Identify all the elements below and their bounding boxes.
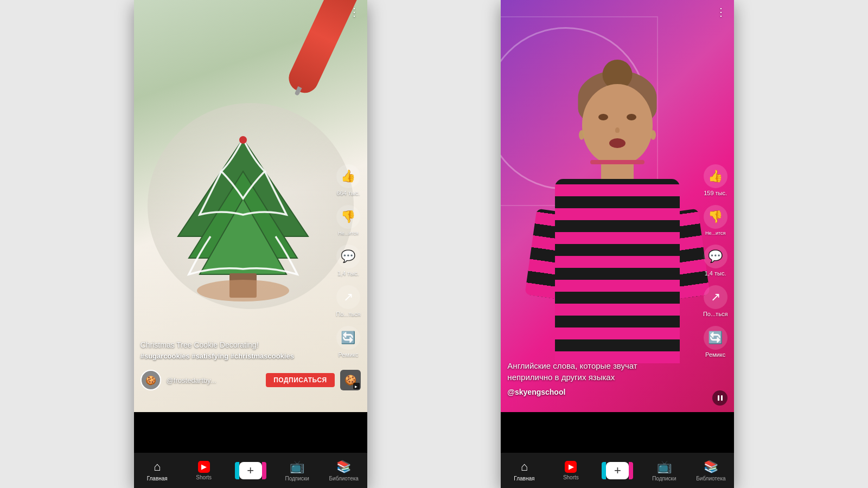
home-icon: ⌂ — [154, 460, 161, 474]
home-label: Главная — [147, 476, 168, 481]
right-like-count: 159 тыс. — [704, 190, 727, 196]
left-bottom-nav: ⌂ Главная ▶ Shorts + 📺 Подписки 📚 Библио… — [134, 453, 367, 488]
right-nav-subscriptions[interactable]: 📺 Подписки — [648, 460, 680, 481]
right-nav-library[interactable]: 📚 Библиотека — [694, 460, 727, 481]
right-video-title: Английские слова, которые звучат неприли… — [507, 360, 696, 383]
thumbs-up-icon: 👍 — [336, 164, 360, 188]
remix-label: Ремикс — [338, 351, 358, 358]
right-home-label: Главная — [514, 476, 534, 481]
nav-subscriptions[interactable]: 📺 Подписки — [281, 460, 314, 481]
library-label: Библиотека — [329, 476, 358, 481]
right-thumbs-up-icon: 👍 — [704, 164, 727, 188]
right-subscriptions-icon: 📺 — [657, 460, 672, 474]
right-video-area[interactable]: ⋮ 👍 159 тыс. 👎 Не...ится — [501, 0, 734, 412]
right-dislike-label: Не...ится — [705, 230, 725, 236]
comment-icon: 💬 — [336, 245, 360, 268]
woman-figure — [541, 54, 693, 369]
necklace — [590, 160, 644, 164]
top-menu[interactable]: ⋮ — [349, 5, 360, 18]
comment-count: 1,4 тыс. — [337, 270, 359, 277]
face — [582, 84, 653, 165]
right-comment-icon: 💬 — [704, 245, 727, 268]
subscriptions-icon: 📺 — [290, 460, 304, 474]
right-remix-label: Ремикс — [705, 351, 725, 358]
left-phone: ⋮ 👍 664 тыс. 👎 Не...ится — [134, 0, 367, 488]
right-channel-name[interactable]: @skyengschool — [507, 388, 565, 396]
comments-button[interactable]: 💬 1,4 тыс. — [336, 245, 360, 277]
svg-point-5 — [197, 280, 289, 301]
thumbs-down-icon: 👎 — [336, 205, 360, 229]
right-bottom-nav: ⌂ Главная ▶ Shorts + 📺 Подписки 📚 Библио… — [501, 453, 734, 488]
right-shorts-label: Shorts — [563, 474, 579, 480]
right-share-icon: ↗ — [704, 285, 727, 309]
svg-point-4 — [239, 136, 247, 144]
left-side-actions: 👍 664 тыс. 👎 Не...ится 💬 1,4 тыс. — [336, 164, 360, 358]
remix-button[interactable]: 🔄 Ремикс — [336, 326, 360, 358]
channel-name[interactable]: @frostedartby... — [167, 376, 261, 384]
right-video-info: Английские слова, которые звучат неприли… — [507, 360, 696, 385]
right-library-icon: 📚 — [704, 460, 718, 474]
left-channel-row: 🍪 @frostedartby... ПОДПИСАТЬСЯ 🍪 ▶ — [141, 370, 361, 390]
dislike-label: Не...ится — [338, 230, 358, 236]
right-channel-row: @skyengschool — [507, 387, 565, 397]
shorts-label: Shorts — [196, 474, 212, 480]
right-share-label: По...ться — [703, 311, 727, 317]
right-remix-button[interactable]: 🔄 Ремикс — [704, 326, 727, 358]
page-container: ⋮ 👍 664 тыс. 👎 Не...ится — [0, 0, 868, 488]
right-comments-button[interactable]: 💬 1,4 тыс. — [704, 245, 727, 277]
right-add-icon: + — [606, 462, 629, 479]
nav-home[interactable]: ⌂ Главная — [141, 460, 174, 481]
right-like-button[interactable]: 👍 159 тыс. — [704, 164, 727, 196]
right-more-options-icon[interactable]: ⋮ — [716, 6, 726, 18]
library-icon: 📚 — [336, 460, 351, 474]
body-sweater — [555, 179, 680, 363]
like-count: 664 тыс. — [336, 190, 360, 196]
video-title: Christmas Tree Cookie Decorating! — [141, 340, 329, 350]
right-share-button[interactable]: ↗ По...ться — [703, 285, 727, 317]
nav-shorts[interactable]: ▶ Shorts — [188, 461, 220, 480]
share-button[interactable]: ↗ По...ться — [336, 285, 360, 317]
right-nav-add[interactable]: + — [601, 462, 634, 479]
shorts-icon: ▶ — [198, 461, 210, 473]
left-video-area[interactable]: ⋮ 👍 664 тыс. 👎 Не...ится — [134, 0, 367, 412]
share-icon: ↗ — [336, 285, 360, 309]
right-subscriptions-label: Подписки — [652, 476, 676, 481]
nav-library[interactable]: 📚 Библиотека — [328, 460, 360, 481]
right-comment-count: 1,4 тыс. — [705, 270, 726, 277]
right-phone: ⋮ 👍 159 тыс. 👎 Не...ится — [501, 0, 734, 488]
video-hashtags: #sugarcookies #satisfying #christmascook… — [141, 352, 329, 360]
phone-wrapper: ⋮ 👍 664 тыс. 👎 Не...ится — [0, 0, 868, 488]
subscribe-button[interactable]: ПОДПИСАТЬСЯ — [266, 373, 334, 387]
right-shorts-icon: ▶ — [565, 461, 577, 473]
cookie-tree — [167, 128, 319, 301]
right-side-actions: 👍 159 тыс. 👎 Не...ится 💬 1,4 тыс. — [703, 164, 727, 358]
nav-add[interactable]: + — [234, 462, 267, 479]
dislike-button[interactable]: 👎 Не...ится — [336, 205, 360, 236]
right-dislike-button[interactable]: 👎 Не...ится — [704, 205, 727, 236]
right-thumbs-down-icon: 👎 — [704, 205, 727, 229]
right-nav-home[interactable]: ⌂ Главная — [508, 460, 540, 481]
add-icon: + — [239, 462, 262, 479]
share-label: По...ться — [336, 311, 360, 317]
left-video-info: Christmas Tree Cookie Decorating! #sugar… — [141, 340, 329, 363]
channel-avatar[interactable]: 🍪 — [141, 370, 161, 390]
right-nav-shorts[interactable]: ▶ Shorts — [554, 461, 587, 480]
woman-video-bg — [501, 0, 734, 412]
channel-thumbnail[interactable]: 🍪 ▶ — [340, 370, 361, 390]
pause-icon — [718, 395, 723, 401]
right-library-label: Библиотека — [696, 476, 725, 481]
more-options-icon[interactable]: ⋮ — [349, 6, 360, 18]
like-button[interactable]: 👍 664 тыс. — [336, 164, 360, 196]
remix-icon: 🔄 — [336, 326, 360, 350]
right-remix-icon: 🔄 — [704, 326, 727, 350]
right-home-icon: ⌂ — [521, 460, 528, 474]
right-top-menu[interactable]: ⋮ — [716, 5, 726, 18]
play-indicator: ▶ — [353, 383, 360, 389]
subscriptions-label: Подписки — [285, 476, 309, 481]
